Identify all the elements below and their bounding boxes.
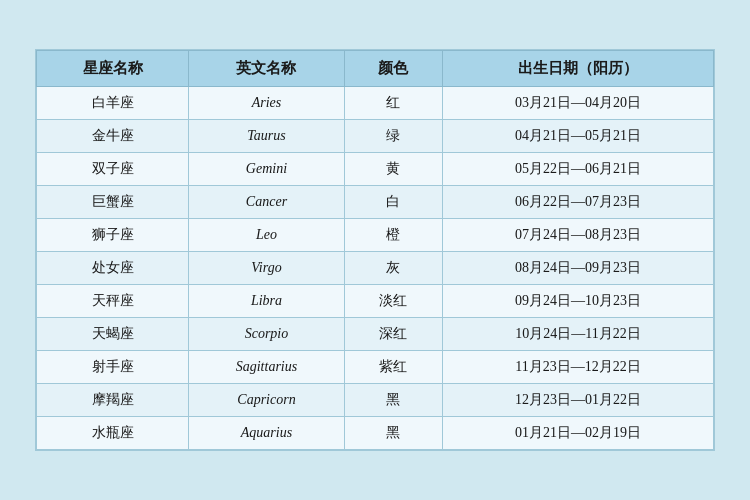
table-row: 水瓶座Aquarius黑01月21日—02月19日 xyxy=(37,417,714,450)
cell-chinese-name: 处女座 xyxy=(37,252,189,285)
header-chinese-name: 星座名称 xyxy=(37,51,189,87)
table-row: 狮子座Leo橙07月24日—08月23日 xyxy=(37,219,714,252)
cell-dates: 10月24日—11月22日 xyxy=(443,318,714,351)
cell-english-name: Virgo xyxy=(189,252,344,285)
cell-dates: 03月21日—04月20日 xyxy=(443,87,714,120)
table-header-row: 星座名称 英文名称 颜色 出生日期（阳历） xyxy=(37,51,714,87)
cell-chinese-name: 狮子座 xyxy=(37,219,189,252)
cell-dates: 07月24日—08月23日 xyxy=(443,219,714,252)
cell-color: 灰 xyxy=(344,252,443,285)
table-row: 天秤座Libra淡红09月24日—10月23日 xyxy=(37,285,714,318)
cell-chinese-name: 天蝎座 xyxy=(37,318,189,351)
table-row: 白羊座Aries红03月21日—04月20日 xyxy=(37,87,714,120)
cell-chinese-name: 金牛座 xyxy=(37,120,189,153)
cell-dates: 12月23日—01月22日 xyxy=(443,384,714,417)
cell-color: 深红 xyxy=(344,318,443,351)
cell-color: 淡红 xyxy=(344,285,443,318)
header-color: 颜色 xyxy=(344,51,443,87)
cell-english-name: Aquarius xyxy=(189,417,344,450)
cell-color: 红 xyxy=(344,87,443,120)
cell-dates: 01月21日—02月19日 xyxy=(443,417,714,450)
zodiac-table: 星座名称 英文名称 颜色 出生日期（阳历） 白羊座Aries红03月21日—04… xyxy=(36,50,714,450)
cell-english-name: Capricorn xyxy=(189,384,344,417)
cell-chinese-name: 天秤座 xyxy=(37,285,189,318)
cell-dates: 05月22日—06月21日 xyxy=(443,153,714,186)
cell-color: 紫红 xyxy=(344,351,443,384)
cell-chinese-name: 白羊座 xyxy=(37,87,189,120)
table-row: 摩羯座Capricorn黑12月23日—01月22日 xyxy=(37,384,714,417)
table-row: 巨蟹座Cancer白06月22日—07月23日 xyxy=(37,186,714,219)
cell-chinese-name: 射手座 xyxy=(37,351,189,384)
cell-english-name: Cancer xyxy=(189,186,344,219)
cell-color: 橙 xyxy=(344,219,443,252)
cell-color: 白 xyxy=(344,186,443,219)
cell-english-name: Leo xyxy=(189,219,344,252)
cell-chinese-name: 摩羯座 xyxy=(37,384,189,417)
header-english-name: 英文名称 xyxy=(189,51,344,87)
cell-chinese-name: 巨蟹座 xyxy=(37,186,189,219)
cell-chinese-name: 水瓶座 xyxy=(37,417,189,450)
table-row: 金牛座Taurus绿04月21日—05月21日 xyxy=(37,120,714,153)
cell-color: 黄 xyxy=(344,153,443,186)
header-dates: 出生日期（阳历） xyxy=(443,51,714,87)
cell-english-name: Taurus xyxy=(189,120,344,153)
cell-english-name: Gemini xyxy=(189,153,344,186)
table-body: 白羊座Aries红03月21日—04月20日金牛座Taurus绿04月21日—0… xyxy=(37,87,714,450)
cell-dates: 09月24日—10月23日 xyxy=(443,285,714,318)
cell-dates: 08月24日—09月23日 xyxy=(443,252,714,285)
table-row: 处女座Virgo灰08月24日—09月23日 xyxy=(37,252,714,285)
zodiac-table-container: 星座名称 英文名称 颜色 出生日期（阳历） 白羊座Aries红03月21日—04… xyxy=(35,49,715,451)
cell-dates: 04月21日—05月21日 xyxy=(443,120,714,153)
cell-english-name: Scorpio xyxy=(189,318,344,351)
cell-color: 黑 xyxy=(344,417,443,450)
cell-dates: 06月22日—07月23日 xyxy=(443,186,714,219)
cell-dates: 11月23日—12月22日 xyxy=(443,351,714,384)
cell-color: 绿 xyxy=(344,120,443,153)
cell-chinese-name: 双子座 xyxy=(37,153,189,186)
cell-english-name: Sagittarius xyxy=(189,351,344,384)
table-row: 双子座Gemini黄05月22日—06月21日 xyxy=(37,153,714,186)
table-row: 射手座Sagittarius紫红11月23日—12月22日 xyxy=(37,351,714,384)
cell-color: 黑 xyxy=(344,384,443,417)
cell-english-name: Aries xyxy=(189,87,344,120)
cell-english-name: Libra xyxy=(189,285,344,318)
table-row: 天蝎座Scorpio深红10月24日—11月22日 xyxy=(37,318,714,351)
